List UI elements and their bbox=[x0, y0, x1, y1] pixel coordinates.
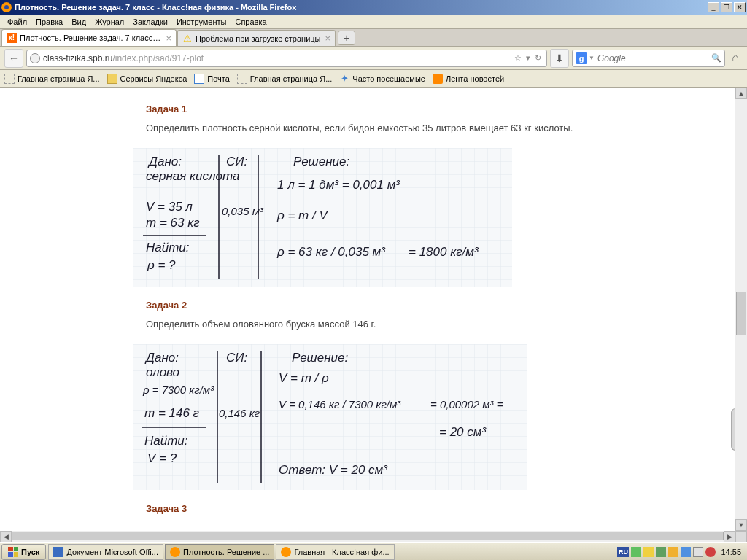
new-tab-button[interactable]: + bbox=[338, 31, 355, 45]
tray-icon[interactable] bbox=[693, 547, 703, 557]
window-titlebar: Плотность. Решение задач. 7 класс - Клас… bbox=[0, 0, 747, 15]
menu-journal[interactable]: Журнал bbox=[90, 16, 128, 28]
svg-text:= 1800 кг/м³: = 1800 кг/м³ bbox=[409, 245, 479, 259]
svg-text:= 20 см³: = 20 см³ bbox=[439, 425, 487, 439]
page-icon bbox=[237, 74, 247, 84]
taskbar-word[interactable]: Документ Microsoft Offi... bbox=[48, 544, 163, 560]
scroll-right-icon[interactable]: ▶ bbox=[724, 531, 735, 542]
search-box[interactable]: g ▼ 🔍 bbox=[572, 50, 725, 67]
page-content: Задача 1 Определить плотность серной кис… bbox=[0, 88, 735, 531]
close-button[interactable]: ✕ bbox=[734, 2, 746, 12]
firefox-icon bbox=[281, 547, 291, 557]
scroll-left-icon[interactable]: ◀ bbox=[0, 531, 12, 542]
menu-help[interactable]: Справка bbox=[231, 16, 271, 28]
svg-text:Дано:: Дано: bbox=[147, 155, 182, 168]
tab-2-label: Проблема при загрузке страницы bbox=[196, 34, 321, 43]
search-input[interactable] bbox=[597, 53, 711, 63]
bookmark-yandex-home[interactable]: Главная страница Я... bbox=[4, 74, 100, 84]
downloads-button[interactable]: ⬇ bbox=[550, 49, 569, 68]
window-title: Плотность. Решение задач. 7 класс - Клас… bbox=[15, 3, 708, 12]
bookmark-yandex-home-2[interactable]: Главная страница Я... bbox=[237, 74, 333, 84]
minimize-button[interactable]: _ bbox=[708, 2, 719, 12]
tray-icon[interactable] bbox=[668, 547, 678, 557]
menu-tools[interactable]: Инструменты bbox=[172, 16, 231, 28]
svg-text:Найти:: Найти: bbox=[146, 241, 190, 254]
svg-text:СИ:: СИ: bbox=[226, 155, 247, 168]
menu-bar: Файл Правка Вид Журнал Закладки Инструме… bbox=[0, 15, 747, 29]
globe-icon bbox=[30, 53, 40, 63]
bookmark-frequent[interactable]: ✦Часто посещаемые bbox=[339, 74, 425, 84]
taskbar-firefox-1[interactable]: Плотность. Решение ... bbox=[165, 544, 274, 560]
dropdown-icon[interactable]: ▾ bbox=[526, 53, 530, 63]
tab-2-close-icon[interactable]: × bbox=[325, 33, 331, 44]
svg-text:m = 146 г: m = 146 г bbox=[144, 406, 199, 420]
system-tray: RU 14:55 bbox=[614, 544, 747, 560]
rss-icon bbox=[433, 74, 443, 84]
firefox-icon bbox=[1, 2, 12, 12]
hscroll-thumb[interactable] bbox=[12, 532, 724, 540]
svg-text:V = m / ρ: V = m / ρ bbox=[279, 371, 329, 385]
tab-1[interactable]: к! Плотность. Решение задач. 7 класс - .… bbox=[1, 29, 177, 46]
task-2-text: Определить объем оловянного бруска массо… bbox=[146, 318, 735, 331]
menu-bookmarks[interactable]: Закладки bbox=[128, 16, 172, 28]
bookmark-star-icon[interactable]: ☆ bbox=[514, 53, 522, 63]
tab-1-close-icon[interactable]: × bbox=[166, 33, 171, 44]
vertical-scrollbar[interactable]: ▲ ▼ bbox=[735, 88, 747, 531]
reload-icon[interactable]: ↻ bbox=[535, 53, 541, 63]
mail-icon bbox=[194, 74, 204, 84]
svg-text:Решение:: Решение: bbox=[293, 155, 349, 168]
word-icon bbox=[53, 547, 63, 557]
svg-text:ρ = ?: ρ = ? bbox=[147, 258, 176, 272]
horizontal-scrollbar[interactable]: ◀ ▶ bbox=[0, 531, 747, 542]
site-icon: к! bbox=[7, 33, 17, 43]
resize-grip-icon[interactable] bbox=[735, 531, 747, 542]
restore-button[interactable]: ❐ bbox=[721, 2, 732, 12]
menu-file[interactable]: Файл bbox=[3, 16, 31, 28]
tab-2[interactable]: ⚠ Проблема при загрузке страницы × bbox=[177, 30, 336, 46]
svg-text:ρ = 63 кг / 0,035 м³: ρ = 63 кг / 0,035 м³ bbox=[276, 245, 386, 259]
task-2-solution-image: Дано: олово ρ = 7300 кг/м³ m = 146 г Най… bbox=[133, 344, 735, 490]
nav-bar: ← class-fizika.spb.ru/index.php/sad/917-… bbox=[0, 47, 747, 70]
clock[interactable]: 14:55 bbox=[718, 548, 744, 556]
warning-icon: ⚠ bbox=[182, 34, 193, 44]
task-3-title: Задача 3 bbox=[146, 503, 735, 514]
bookmark-yandex-services[interactable]: Сервисы Яндекса bbox=[107, 74, 187, 84]
scroll-up-icon[interactable]: ▲ bbox=[735, 88, 747, 99]
tray-icon[interactable] bbox=[643, 547, 654, 557]
svg-text:Ответ: V = 20 см³: Ответ: V = 20 см³ bbox=[279, 463, 388, 477]
menu-edit[interactable]: Правка bbox=[31, 16, 67, 28]
back-button[interactable]: ← bbox=[4, 49, 23, 68]
menu-view[interactable]: Вид bbox=[67, 16, 90, 28]
home-button[interactable]: ⌂ bbox=[728, 51, 743, 66]
svg-text:V = 0,146 кг / 7300 кг/м³: V = 0,146 кг / 7300 кг/м³ bbox=[279, 398, 401, 411]
language-indicator[interactable]: RU bbox=[617, 547, 629, 557]
svg-text:Найти:: Найти: bbox=[144, 434, 188, 448]
page-icon bbox=[4, 74, 15, 84]
tray-icon[interactable] bbox=[631, 547, 641, 557]
bookmark-mail[interactable]: Почта bbox=[194, 74, 230, 84]
start-button[interactable]: Пуск bbox=[1, 544, 46, 560]
folder-icon bbox=[107, 74, 117, 84]
star-icon: ✦ bbox=[339, 74, 349, 84]
svg-text:СИ:: СИ: bbox=[226, 351, 247, 365]
svg-text:олово: олово bbox=[146, 365, 179, 379]
url-bar[interactable]: class-fizika.spb.ru/index.php/sad/917-pl… bbox=[26, 50, 547, 67]
windows-taskbar: Пуск Документ Microsoft Offi... Плотност… bbox=[0, 542, 747, 560]
task-1-text: Определить плотность серной кислоты, есл… bbox=[146, 122, 735, 135]
tray-icon[interactable] bbox=[705, 547, 716, 557]
scroll-thumb[interactable] bbox=[736, 292, 746, 335]
search-engine-dropdown-icon[interactable]: ▼ bbox=[589, 55, 595, 61]
bookmark-news[interactable]: Лента новостей bbox=[433, 74, 504, 84]
page-viewport: Задача 1 Определить плотность серной кис… bbox=[0, 88, 747, 542]
taskbar-firefox-2[interactable]: Главная - Класс!ная фи... bbox=[276, 544, 394, 560]
tray-icon[interactable] bbox=[681, 547, 691, 557]
search-icon[interactable]: 🔍 bbox=[711, 53, 721, 63]
scroll-down-icon[interactable]: ▼ bbox=[735, 519, 747, 531]
windows-icon bbox=[8, 547, 18, 557]
tray-icon[interactable] bbox=[656, 547, 666, 557]
svg-text:1 л = 1 дм³ = 0,001 м³: 1 л = 1 дм³ = 0,001 м³ bbox=[277, 178, 400, 192]
tab-1-label: Плотность. Решение задач. 7 класс - ... bbox=[20, 34, 161, 42]
svg-text:ρ = m / V: ρ = m / V bbox=[276, 209, 328, 222]
svg-text:V = ?: V = ? bbox=[147, 451, 177, 465]
task-1-solution-image: Дано: серная кислота V = 35 л m = 63 кг … bbox=[133, 148, 735, 287]
